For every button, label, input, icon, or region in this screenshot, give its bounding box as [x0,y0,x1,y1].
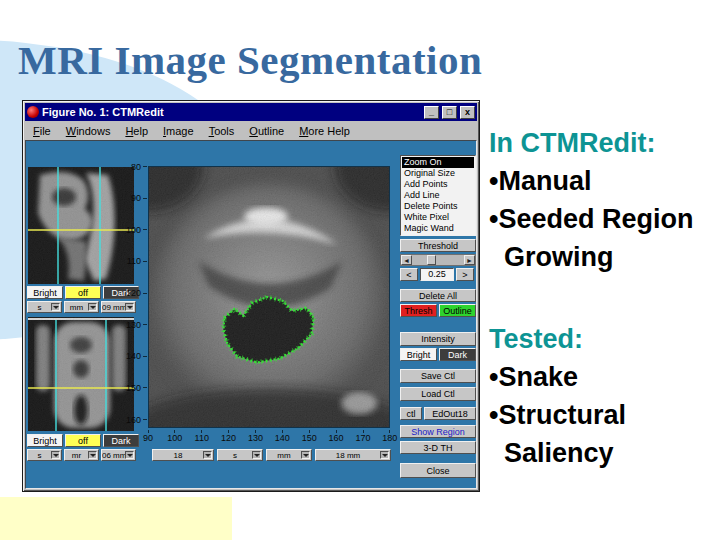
dropdown[interactable]: s [217,449,263,461]
close-button[interactable]: x [460,106,475,119]
delete-all-button[interactable]: Delete All [400,289,476,302]
axis-tick-label: 150 [302,433,317,443]
menu-item[interactable]: File [33,125,51,137]
figure-canvas: Bright off Dark smm09 mm [25,140,477,489]
bright-button[interactable]: Bright [27,434,63,447]
coronal-thumbnail-image[interactable] [28,317,134,431]
axis-tick-label: 130 [248,433,263,443]
menu-item[interactable]: Image [163,125,194,137]
tick-mark [143,324,147,325]
slice-popups: 18smm18 mm [152,449,391,461]
dropdown-arrow-icon [203,451,212,459]
tool-option-selected[interactable]: Zoom On [402,157,474,168]
section-heading: Tested: [489,320,717,358]
tick-mark [143,261,147,262]
tool-panel: Zoom On Original SizeAdd PointsAdd LineD… [400,141,476,488]
intensity-button[interactable]: Intensity [400,332,476,346]
dropdown-arrow-icon [380,451,389,459]
dropdown[interactable]: s [27,449,62,461]
slide-title: MRI Image Segmentation [18,36,482,84]
bullet-item: •Structural Saliency [489,396,717,472]
bullet-item: •Snake [489,358,717,396]
bullet-item: •Manual [489,162,717,200]
axis-tick-label: 100 [167,433,182,443]
tick-mark [143,198,147,199]
off-button[interactable]: off [65,286,101,299]
dropdown[interactable]: mm [64,301,99,313]
menu-item[interactable]: Tools [209,125,235,137]
axis-tick-label: 90 [143,433,153,443]
threshold-slider[interactable]: ◄ ► [400,254,476,266]
x-axis-labels: 90100110120130140150160170180 [137,430,401,443]
slide-text-column: In CTMRedit: •Manual•Seeded Region Growi… [489,124,717,472]
slider-track[interactable] [412,255,464,265]
dropdown[interactable]: 06 mm [101,449,136,461]
menu-bar: FileWindowsHelpImageToolsOutlineMore Hel… [25,121,477,140]
dropdown[interactable]: 18 mm [315,449,391,461]
threshold-button[interactable]: Threshold [400,239,476,252]
axis-tick-label: 160 [329,433,344,443]
bright-button[interactable]: Bright [27,286,63,299]
figure-app-icon [27,106,39,118]
tool-option[interactable]: Magic Wand [402,223,474,234]
thresh-outline-row: Thresh Outline [400,304,476,317]
dropdown[interactable]: 18 [152,449,214,461]
decrement-button[interactable]: < [400,268,418,281]
dropdown[interactable]: mr [64,449,99,461]
tool-listbox: Zoom On Original SizeAdd PointsAdd LineD… [400,155,476,236]
thresh-button[interactable]: Thresh [400,304,437,317]
menu-item[interactable]: Windows [66,125,111,137]
section-heading: In CTMRedit: [489,124,717,162]
dropdown-arrow-icon [301,451,310,459]
tool-option[interactable]: Add Points [402,179,474,190]
menu-item[interactable]: Outline [249,125,284,137]
bright-dark-row: Bright Dark [400,348,476,361]
outline-button[interactable]: Outline [439,304,476,317]
slider-thumb[interactable] [427,255,436,265]
show-region-button[interactable]: Show Region [400,425,476,438]
three-d-th-button[interactable]: 3-D TH [400,441,476,454]
threshold-value: 0.25 [420,268,454,281]
axis-tick-label: 140 [126,351,141,361]
decorative-rectangle [0,497,232,540]
tool-option[interactable]: White Pixel [402,212,474,223]
off-button[interactable]: off [65,434,101,447]
tick-mark [143,387,147,388]
maximize-button[interactable]: □ [442,106,457,119]
increment-button[interactable]: > [456,268,474,281]
y-axis-labels: 8090100110120130140150160 [120,162,147,424]
load-ctl-button[interactable]: Load Ctl [400,387,476,401]
tick-mark [143,419,147,420]
save-ctl-button[interactable]: Save Ctl [400,369,476,383]
window-titlebar[interactable]: Figure No. 1: CTMRedit _ □ x [25,103,477,121]
tick-mark [143,166,147,167]
dropdown-arrow-icon [88,451,97,459]
tool-option[interactable]: Original Size [402,168,474,179]
axis-tick-label: 120 [126,288,141,298]
ctl-button[interactable]: ctl [400,407,422,420]
edout-button[interactable]: EdOut18 [424,407,476,420]
axis-tick-label: 100 [126,225,141,235]
menu-item[interactable]: Help [125,125,148,137]
tool-option[interactable]: Delete Points [402,201,474,212]
dropdown[interactable]: s [27,301,62,313]
minimize-button[interactable]: _ [424,106,439,119]
bullet-item: •Seeded Region Growing [489,200,717,276]
tool-option[interactable]: Add Line [402,190,474,201]
bright-button[interactable]: Bright [400,348,437,361]
menu-item[interactable]: More Help [299,125,350,137]
close-figure-button[interactable]: Close [400,463,476,478]
dark-button[interactable]: Dark [103,434,139,447]
tick-mark [143,229,147,230]
axis-tick-label: 130 [126,320,141,330]
axial-mri-image[interactable] [148,166,390,428]
axis-tick-label: 140 [275,433,290,443]
dropdown-arrow-icon [51,303,60,311]
slider-right-arrow-icon[interactable]: ► [464,255,475,265]
thumb2-popups: smr06 mm [27,449,136,461]
slider-left-arrow-icon[interactable]: ◄ [401,255,412,265]
dark-button[interactable]: Dark [439,348,476,361]
dropdown[interactable]: mm [266,449,312,461]
axis-tick-label: 150 [126,383,141,393]
sagittal-thumbnail-image[interactable] [28,167,134,284]
